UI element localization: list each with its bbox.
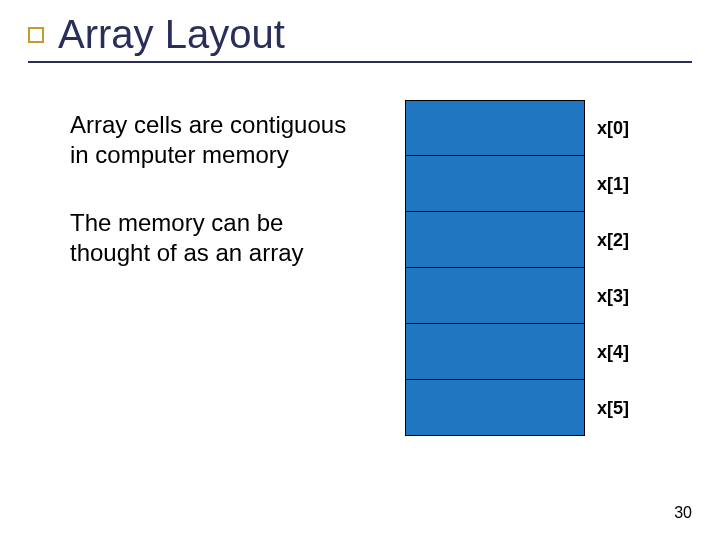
array-diagram: x[0] x[1] x[2] x[3] x[4] x[5] xyxy=(405,100,665,436)
array-label: x[2] xyxy=(597,230,629,251)
array-cell xyxy=(405,324,585,380)
paragraph-1: Array cells are contiguous in computer m… xyxy=(70,110,370,170)
array-row: x[5] xyxy=(405,380,665,436)
bullet-square-icon xyxy=(28,27,44,43)
array-label: x[5] xyxy=(597,398,629,419)
slide: Array Layout Array cells are contiguous … xyxy=(0,0,720,540)
array-row: x[2] xyxy=(405,212,665,268)
array-cell xyxy=(405,100,585,156)
array-label: x[4] xyxy=(597,342,629,363)
array-label: x[0] xyxy=(597,118,629,139)
title-block: Array Layout xyxy=(28,12,692,63)
body-text: Array cells are contiguous in computer m… xyxy=(70,110,370,306)
array-row: x[1] xyxy=(405,156,665,212)
array-cell xyxy=(405,212,585,268)
array-cell xyxy=(405,156,585,212)
array-cell xyxy=(405,268,585,324)
title-row: Array Layout xyxy=(28,12,692,57)
page-number: 30 xyxy=(674,504,692,522)
paragraph-2: The memory can be thought of as an array xyxy=(70,208,370,268)
title-underline xyxy=(28,61,692,63)
array-label: x[3] xyxy=(597,286,629,307)
slide-title: Array Layout xyxy=(58,12,285,57)
array-row: x[4] xyxy=(405,324,665,380)
array-row: x[0] xyxy=(405,100,665,156)
array-row: x[3] xyxy=(405,268,665,324)
array-cell xyxy=(405,380,585,436)
array-label: x[1] xyxy=(597,174,629,195)
